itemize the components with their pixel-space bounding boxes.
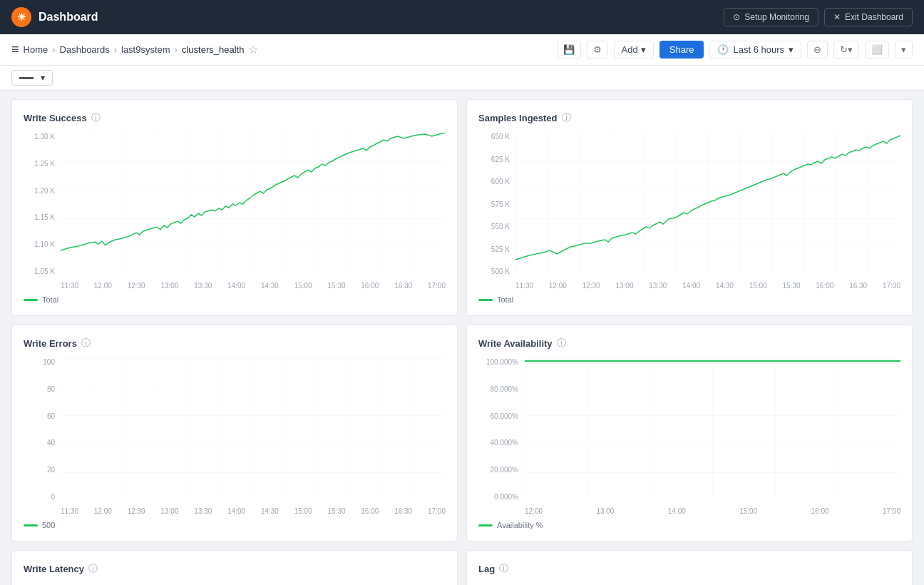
breadcrumb-home[interactable]: Home bbox=[24, 44, 48, 55]
gear-icon: ⚙ bbox=[593, 44, 602, 55]
main-content: Write Success ⓘ 1.30 K 1.25 K 1.20 K 1.1… bbox=[0, 91, 924, 585]
breadcrumb-sep-1: › bbox=[52, 44, 55, 55]
setup-monitoring-label: Setup Monitoring bbox=[744, 12, 809, 22]
write-errors-svg bbox=[61, 358, 446, 501]
write-errors-header: Write Errors ⓘ bbox=[24, 337, 446, 350]
lag-info-icon[interactable]: ⓘ bbox=[499, 562, 508, 575]
lag-panel: Lag ⓘ 768 KiB bbox=[466, 550, 913, 585]
write-success-panel: Write Success ⓘ 1.30 K 1.25 K 1.20 K 1.1… bbox=[11, 99, 458, 316]
hamburger-icon[interactable]: ≡ bbox=[11, 42, 19, 57]
write-availability-info-icon[interactable]: ⓘ bbox=[557, 337, 566, 350]
nav-left: ≡ Home › Dashboards › last9system › clus… bbox=[11, 42, 258, 57]
samples-ingested-x-axis: 11:30 12:00 12:30 13:00 13:30 14:00 14:3… bbox=[515, 282, 900, 290]
write-success-chart: 1.30 K 1.25 K 1.20 K 1.15 K 1.10 K 1.05 … bbox=[24, 133, 446, 290]
write-errors-legend: 500 bbox=[24, 521, 446, 529]
write-availability-svg bbox=[525, 358, 900, 501]
top-bar-left: ☀ Dashboard bbox=[11, 7, 98, 27]
close-icon: ✕ bbox=[833, 12, 841, 22]
more-options-button[interactable]: ▾ bbox=[895, 41, 913, 58]
add-label: Add bbox=[622, 44, 638, 55]
samples-ingested-legend: Total bbox=[478, 295, 900, 304]
add-button[interactable]: Add ▾ bbox=[614, 41, 654, 58]
refresh-icon: ↻ bbox=[840, 44, 848, 55]
share-button[interactable]: Share bbox=[659, 41, 704, 58]
breadcrumb-sep-2: › bbox=[114, 44, 117, 55]
app-logo: ☀ bbox=[11, 7, 31, 27]
write-errors-legend-line bbox=[24, 524, 38, 526]
write-success-legend-label: Total bbox=[42, 295, 58, 304]
add-chevron-icon: ▾ bbox=[641, 44, 646, 55]
write-latency-header: Write Latency ⓘ bbox=[24, 562, 446, 575]
breadcrumb-dashboards[interactable]: Dashboards bbox=[60, 44, 110, 55]
app-title: Dashboard bbox=[38, 11, 98, 24]
write-errors-x-axis: 11:30 12:00 12:30 13:00 13:30 14:00 14:3… bbox=[61, 507, 446, 515]
write-success-canvas bbox=[61, 133, 446, 275]
write-success-info-icon[interactable]: ⓘ bbox=[91, 111, 101, 124]
write-errors-title: Write Errors bbox=[24, 338, 77, 349]
write-success-legend-line bbox=[24, 299, 38, 301]
samples-ingested-y-axis: 650 K 625 K 600 K 575 K 550 K 525 K 500 … bbox=[478, 133, 513, 275]
exit-dashboard-button[interactable]: ✕ Exit Dashboard bbox=[824, 8, 913, 26]
write-success-svg bbox=[61, 133, 446, 275]
write-latency-panel: Write Latency ⓘ bbox=[11, 550, 458, 585]
svg-rect-0 bbox=[61, 133, 446, 275]
write-success-title: Write Success bbox=[24, 113, 87, 123]
samples-ingested-title: Samples Ingested bbox=[478, 113, 558, 123]
lag-header: Lag ⓘ bbox=[478, 562, 900, 575]
samples-ingested-info-icon[interactable]: ⓘ bbox=[562, 111, 571, 124]
samples-ingested-legend-label: Total bbox=[497, 295, 513, 304]
write-latency-info-icon[interactable]: ⓘ bbox=[88, 562, 98, 575]
favorite-star-icon[interactable]: ☆ bbox=[248, 43, 258, 56]
time-chevron-icon: ▾ bbox=[789, 44, 794, 55]
save-icon: 💾 bbox=[563, 44, 575, 55]
write-latency-title: Write Latency bbox=[24, 564, 84, 574]
write-errors-panel: Write Errors ⓘ 100 80 60 40 20 0 bbox=[11, 325, 458, 541]
tv-mode-button[interactable]: ⬜ bbox=[865, 41, 889, 58]
monitor-icon: ⊙ bbox=[733, 12, 740, 22]
samples-ingested-legend-line bbox=[478, 299, 493, 301]
filter-chevron-icon: ▾ bbox=[41, 73, 45, 83]
more-icon: ▾ bbox=[901, 44, 906, 55]
nav-right: 💾 ⚙ Add ▾ Share 🕐 Last 6 hours ▾ ⊖ ↻ ▾ ⬜… bbox=[557, 41, 913, 58]
svg-rect-2 bbox=[61, 358, 446, 501]
write-errors-info-icon[interactable]: ⓘ bbox=[81, 337, 91, 350]
breadcrumb-clusters-health: clusters_health bbox=[182, 44, 244, 55]
toolbar: ▾ bbox=[0, 66, 924, 91]
time-range-label: Last 6 hours bbox=[733, 44, 784, 55]
filter-dropdown[interactable]: ▾ bbox=[11, 70, 53, 86]
breadcrumb-sep-3: › bbox=[175, 44, 178, 55]
write-availability-title: Write Availability bbox=[478, 338, 553, 349]
write-availability-legend: Availability % bbox=[478, 521, 900, 529]
time-range-button[interactable]: 🕐 Last 6 hours ▾ bbox=[709, 41, 801, 58]
settings-button[interactable]: ⚙ bbox=[587, 41, 608, 58]
zoom-out-button[interactable]: ⊖ bbox=[807, 41, 828, 58]
zoom-out-icon: ⊖ bbox=[813, 44, 821, 55]
clock-icon: 🕐 bbox=[717, 44, 729, 55]
write-success-x-axis: 11:30 12:00 12:30 13:00 13:30 14:00 14:3… bbox=[61, 282, 446, 290]
samples-ingested-panel: Samples Ingested ⓘ 650 K 625 K 600 K 575… bbox=[466, 99, 913, 316]
breadcrumb-last9system[interactable]: last9system bbox=[121, 44, 170, 55]
charts-grid: Write Success ⓘ 1.30 K 1.25 K 1.20 K 1.1… bbox=[11, 99, 913, 585]
exit-dashboard-label: Exit Dashboard bbox=[845, 12, 903, 22]
write-availability-chart: 100.000% 80.000% 60.000% 40.000% 20.000%… bbox=[478, 358, 900, 515]
lag-title: Lag bbox=[478, 564, 495, 574]
write-availability-canvas bbox=[525, 358, 900, 501]
write-errors-y-axis: 100 80 60 40 20 0 bbox=[24, 358, 58, 501]
write-success-legend: Total bbox=[24, 295, 446, 304]
write-errors-legend-label: 500 bbox=[42, 521, 55, 529]
write-success-y-axis: 1.30 K 1.25 K 1.20 K 1.15 K 1.10 K 1.05 … bbox=[24, 133, 58, 275]
write-success-header: Write Success ⓘ bbox=[24, 111, 446, 124]
top-bar: ☀ Dashboard ⊙ Setup Monitoring ✕ Exit Da… bbox=[0, 0, 924, 34]
write-errors-canvas bbox=[61, 358, 446, 501]
write-availability-legend-label: Availability % bbox=[497, 521, 543, 529]
svg-rect-3 bbox=[525, 358, 900, 501]
setup-monitoring-button[interactable]: ⊙ Setup Monitoring bbox=[724, 8, 818, 26]
samples-ingested-chart: 650 K 625 K 600 K 575 K 550 K 525 K 500 … bbox=[478, 133, 900, 290]
refresh-button[interactable]: ↻ ▾ bbox=[833, 41, 859, 58]
tv-icon: ⬜ bbox=[871, 44, 883, 55]
write-availability-x-axis: 12:00 13:00 14:00 15:00 16:00 17:00 bbox=[525, 507, 900, 515]
top-bar-actions: ⊙ Setup Monitoring ✕ Exit Dashboard bbox=[724, 8, 913, 26]
write-errors-chart: 100 80 60 40 20 0 11:30 12:00 12:30 bbox=[24, 358, 446, 515]
filter-line-icon bbox=[19, 77, 34, 79]
save-button[interactable]: 💾 bbox=[557, 41, 581, 58]
